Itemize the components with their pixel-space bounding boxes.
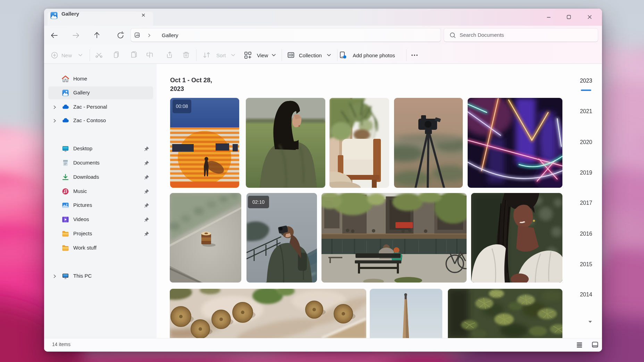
svg-text:Search Documents: Search Documents: [460, 32, 504, 38]
svg-text:Gallery: Gallery: [162, 32, 178, 38]
